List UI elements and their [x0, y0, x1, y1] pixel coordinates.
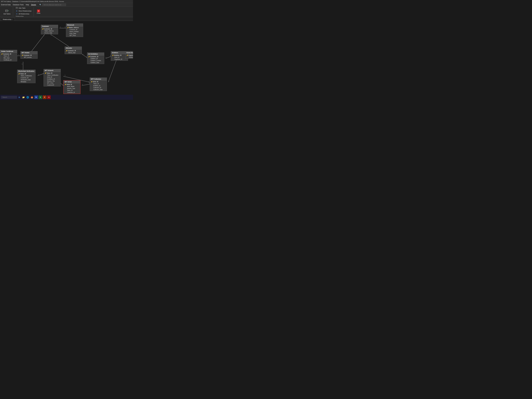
field-token-id: 🔑Token_ID — [44, 72, 61, 74]
field-label: Artist_Wallet — [67, 86, 74, 87]
field-attend-date: Attend_Date — [65, 52, 82, 54]
field-label: Token_ID — [93, 83, 99, 84]
svg-text:1: 1 — [89, 81, 89, 82]
ribbon-group-tables: Add Tables — [1, 7, 13, 16]
menu-design[interactable]: Design — [31, 4, 36, 6]
field-exibition-content: Exibition_Content — [87, 60, 104, 62]
add-tables-icon — [5, 9, 9, 13]
table-metamask[interactable]: Metamask🔑Wallet_AddressCustomer_IDAsset_… — [66, 24, 83, 37]
all-relationships-icon: ⊟ — [16, 13, 18, 15]
field-asset-contract: Asset_Contract — [66, 31, 83, 33]
table-body-art_exhibition: 🔑Customer_IDExibition_IDExibition_Conten… — [87, 55, 104, 64]
pk-icon: 🔑 — [65, 84, 66, 85]
field-label: NFT_Access — [24, 57, 32, 58]
all-relationships-label: All Relationships — [19, 13, 29, 15]
field-label: Verification_Date — [21, 79, 31, 81]
table-header-holder_certificate: Holder Certificate — [0, 50, 17, 53]
table-customer[interactable]: Customer🔑Customer_IDWallet_AddressAccess… — [41, 25, 58, 34]
svg-line-22 — [106, 57, 111, 58]
field-nft-price: NFT_Price — [66, 35, 83, 37]
field-token-id: Token_ID — [0, 55, 17, 57]
table-nft_holder[interactable]: NFT Holder🔑Customer_IDNFT_Access — [20, 51, 38, 59]
taskbar-excel-icon[interactable]: X — [38, 95, 42, 99]
table-header-blockchain_verification: Blockchain Verification — [17, 70, 35, 73]
field-label: Organizer_ID — [114, 59, 122, 60]
search-input[interactable] — [42, 4, 66, 6]
taskbar-word-icon[interactable]: W — [34, 95, 38, 99]
table-nft_collection[interactable]: NFT Collection🔑Artist_IDToken_IDExibitio… — [90, 78, 107, 91]
field-nft-access: NFT_Access — [21, 56, 38, 58]
table-body-blockchain_verification: 🔑Token_IDToken_CertificationCustomer_IDV… — [17, 73, 35, 83]
field-collection-date: Collection_Date — [90, 89, 107, 91]
taskbar-start-button[interactable]: ⊞ — [17, 95, 21, 99]
field-collection-id: Collection_ID — [63, 91, 80, 93]
all-relationships-button[interactable]: ⊟ All Relationships — [15, 13, 30, 15]
hide-table-button[interactable]: Hide Table — [15, 6, 26, 10]
close-button[interactable]: ✕ Close — [36, 9, 41, 14]
table-body-customer: 🔑Customer_IDWallet_AddressAccess_Date — [41, 28, 58, 34]
field-label: Wallet_Address — [44, 30, 54, 32]
field-label: Entry_Date — [70, 33, 76, 34]
svg-text:1: 1 — [51, 34, 51, 36]
field-label: Artwork_Title — [47, 80, 55, 82]
relationships-tab[interactable]: Relationships × — [1, 18, 15, 21]
taskbar-browser-icon[interactable]: 🌐 — [26, 95, 30, 99]
field-token-id: Token_ID — [63, 89, 80, 91]
pk-icon: 🔑 — [18, 73, 20, 75]
svg-text:∞: ∞ — [82, 84, 83, 85]
taskbar: ⊞ 📁 🌐 🦊 W X P A — [0, 95, 133, 100]
menu-database-tools[interactable]: Database Tools — [13, 4, 24, 6]
title-text: NFT Art Gallery : Database- C:\Users\ekb… — [1, 1, 64, 2]
taskbar-search[interactable] — [1, 96, 17, 99]
table-nft_artist[interactable]: NFT Artist🔑Artist_IDArtist_WalletArtwork… — [63, 80, 81, 94]
tab-bar: Relationships × — [0, 17, 133, 21]
table-blockchain_verification[interactable]: Blockchain Verification🔑Token_IDToken_Ce… — [17, 70, 36, 83]
field-customerid: CustomerID — [44, 84, 61, 86]
field-metadata: Metadata — [17, 81, 35, 83]
tab-close-button[interactable]: × — [12, 19, 13, 20]
table-header-metamask: Metamask — [66, 24, 83, 26]
svg-text:1: 1 — [19, 54, 19, 55]
table-event_organizer[interactable]: Event Organizer🔑Organizer_IDExibition_ID — [125, 51, 133, 59]
menu-external-data[interactable]: External Data — [1, 4, 11, 6]
taskbar-firefox-icon[interactable]: 🦊 — [30, 95, 34, 99]
table-attendee[interactable]: Attendee🔑Customer_IDAttend_Date — [65, 47, 82, 54]
taskbar-files-icon[interactable]: 📁 — [22, 95, 25, 99]
svg-line-19 — [82, 54, 87, 58]
svg-rect-5 — [16, 7, 18, 9]
table-nft_artwork[interactable]: NFT Artwork🔑Token_IDToken_CertificationA… — [44, 69, 61, 86]
pk-icon: 🔑 — [22, 55, 23, 56]
table-holder_certificate[interactable]: Holder Certificate🔑Customer_IDToken_IDMi… — [0, 50, 17, 61]
pk-icon: 🔑 — [91, 81, 92, 82]
svg-line-32 — [38, 74, 44, 76]
field-nft-price: NFT_Price — [44, 82, 61, 84]
field-token-certification: Token_Certification — [17, 75, 35, 77]
field-customer-id: 🔑Customer_ID — [65, 50, 82, 52]
field-verification-date: Verification_Date — [17, 79, 35, 81]
direct-relationships-button[interactable]: ⊞ Direct Relationships — [15, 10, 32, 13]
svg-text:∞: ∞ — [65, 26, 65, 28]
pk-icon: 🔑 — [45, 73, 46, 74]
field-label: Exibition_Content — [91, 60, 101, 61]
add-tables-button[interactable]: Add Tables — [2, 8, 12, 15]
svg-text:∞: ∞ — [65, 75, 65, 76]
field-label: Token_ID — [47, 72, 52, 74]
field-artwork-title: Artwork_Title — [44, 80, 61, 82]
field-label: Exhibition_ID — [47, 78, 55, 80]
field-label: Token_ID — [4, 55, 9, 57]
menu-help[interactable]: Help — [26, 4, 29, 6]
field-certificate-id: Certificate_ID — [0, 59, 17, 61]
search-bar: 🔍 — [39, 4, 66, 6]
field-label: Token_Certification — [47, 74, 58, 76]
taskbar-access-icon[interactable]: A — [47, 95, 51, 99]
field-label: Customer_ID — [44, 28, 52, 30]
table-body-nft_collection: 🔑Artist_IDToken_IDExibition_IDCollection… — [90, 81, 107, 91]
taskbar-powerpoint-icon[interactable]: P — [43, 95, 46, 99]
table-art_exhibition[interactable]: Art Exhibition🔑Customer_IDExibition_IDEx… — [87, 52, 104, 64]
svg-text:1: 1 — [22, 63, 22, 65]
field-wallet-address: 🔑Wallet_Address — [66, 27, 83, 29]
title-bar: NFT Art Gallery : Database- C:\Users\ekb… — [0, 0, 133, 3]
svg-text:1: 1 — [38, 74, 39, 75]
table-header-art_exhibition: Art Exhibition — [87, 53, 104, 55]
field-exhibition-id: Exhibition_ID — [44, 78, 61, 80]
